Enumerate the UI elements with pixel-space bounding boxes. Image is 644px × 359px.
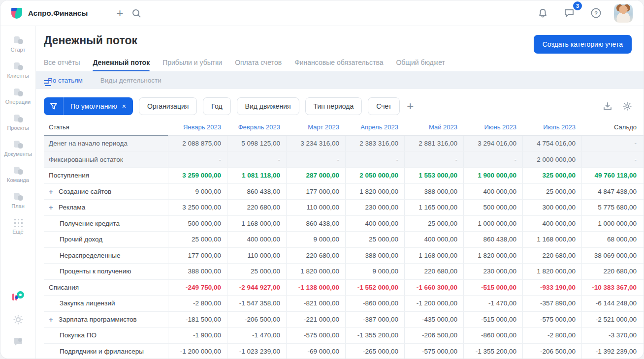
month-value-cell: -515 000,00 [463, 312, 522, 328]
expand-plus-icon[interactable]: + [49, 187, 55, 196]
saldo-value-cell: -10 383 367,00 [581, 280, 644, 296]
table-row[interactable]: Получение кредита500 000,001 168 000,008… [44, 216, 644, 232]
tab-5[interactable]: Финансовые обязательства [294, 59, 383, 71]
tab-6[interactable]: Общий бюджет [396, 59, 445, 71]
month-value-cell: 500 000,00 [463, 200, 522, 215]
tab-4[interactable]: Оплата счетов [235, 59, 282, 71]
month-value-cell: 860 438,00 [286, 216, 345, 232]
month-value-cell: 400 000,00 [404, 232, 463, 247]
create-category-button[interactable]: Создать категорию учета [534, 35, 632, 54]
expand-plus-icon[interactable]: + [49, 315, 55, 324]
table-row[interactable]: Подрядчики и фрилансеры-1 200 000,00-1 0… [44, 344, 644, 359]
month-value-cell: -1 355 200,00 [463, 344, 522, 359]
brand: Аспро.Финансы [10, 7, 88, 20]
column-header-month-3[interactable]: Март 2023 [286, 119, 345, 136]
row-label-cell: Закупка лицензий [44, 296, 168, 311]
subtab-1[interactable]: По статьям [44, 77, 83, 84]
month-value-cell: -249 750,00 [168, 280, 227, 296]
table-row[interactable]: Проценты к получению388 000,0025 000,001… [44, 264, 644, 280]
sidebar-item-5[interactable]: Документы [2, 135, 34, 161]
table-row[interactable]: Фиксированный остаток------2 000 000,00- [44, 152, 644, 168]
column-header-statya[interactable]: Статья [44, 119, 168, 136]
column-header-month-6[interactable]: Июнь 2023 [463, 119, 522, 136]
notifications-bell-icon[interactable] [534, 5, 551, 22]
sidebar-item-1[interactable]: Старт [2, 31, 34, 57]
month-value-cell: 2 000 000,00 [522, 152, 581, 168]
sidebar-item-3[interactable]: Операции [2, 83, 34, 109]
saldo-value-cell: - [581, 152, 644, 168]
row-label: Подрядчики и фрилансеры [60, 348, 144, 355]
app-color-logo-icon[interactable] [12, 291, 24, 302]
month-value-cell: -181 500,00 [168, 312, 227, 328]
month-value-cell: -387 000,00 [345, 312, 404, 328]
documents-icon [13, 140, 24, 150]
sidebar-item-4[interactable]: Проекты [2, 109, 34, 135]
row-label: Покупка ПО [60, 331, 97, 339]
column-header-month-4[interactable]: Апрель 2023 [345, 119, 404, 136]
table-settings-gear-icon[interactable] [623, 102, 632, 111]
column-header-month-2[interactable]: Февраль 2023 [227, 119, 286, 136]
search-icon[interactable] [128, 5, 145, 22]
column-header-month-5[interactable]: Май 2023 [404, 119, 463, 136]
month-value-cell: 25 000,00 [522, 184, 581, 200]
table-row[interactable]: Покупка ПО-1 900,00-1 470,00-575 000,00-… [44, 328, 644, 344]
filter-chip-3[interactable]: Вид движения [237, 97, 299, 115]
filter-chip-1[interactable]: Организация [139, 97, 197, 115]
add-filter-icon[interactable]: + [407, 99, 414, 113]
month-value-cell: -575 000,00 [404, 344, 463, 359]
download-icon[interactable] [603, 102, 612, 111]
month-value-cell: - [463, 152, 522, 168]
settings-gear-icon[interactable] [13, 315, 23, 325]
clients-icon [13, 61, 24, 71]
sidebar-item-8[interactable]: Ещё [2, 213, 34, 239]
team-icon [13, 166, 24, 176]
support-chat-icon[interactable] [13, 337, 23, 347]
table-row[interactable]: Списания-249 750,00-2 944 927,00-1 138 0… [44, 280, 644, 296]
report-tabs: Все отчётыДенежный потокПрибыли и убытки… [36, 54, 644, 71]
table-row[interactable]: Поступления3 259 000,001 081 118,00287 0… [44, 168, 644, 184]
table-row[interactable]: Денег на начало периода2 088 875,005 098… [44, 136, 644, 152]
month-value-cell: 1 168 000,00 [522, 232, 581, 247]
help-icon[interactable]: ? [587, 5, 604, 22]
table-row[interactable]: Нераспределенные177 000,00110 000,00220 … [44, 248, 644, 264]
month-value-cell: 177 000,00 [286, 184, 345, 200]
month-value-cell: 287 000,00 [286, 168, 345, 183]
add-icon[interactable]: + [111, 5, 128, 22]
main-content: Денежный поток Создать категорию учета В… [36, 26, 644, 359]
saldo-value-cell: 1 000 000,00 [581, 216, 644, 232]
table-row[interactable]: +Реклама3 250 000,00220 680,00110 000,00… [44, 200, 644, 216]
saldo-value-cell: -2 521 000,00 [581, 312, 644, 328]
table-row[interactable]: +Зарплата программистов-181 500,00-206 5… [44, 312, 644, 328]
table-row[interactable]: Прочий доход25 000,00400 000,009 000,002… [44, 232, 644, 248]
funnel-icon [44, 97, 64, 115]
row-label: Поступления [49, 172, 89, 179]
active-filter-chip[interactable]: По умолчанию × [44, 97, 133, 115]
filter-chip-4[interactable]: Тип периода [305, 97, 362, 115]
sidebar-item-7[interactable]: План [2, 187, 34, 213]
subtab-2[interactable]: Виды деятельности [97, 77, 161, 84]
user-avatar[interactable] [614, 4, 633, 23]
month-value-cell: -1 023 239,00 [227, 344, 286, 359]
filter-chip-2[interactable]: Год [203, 97, 230, 115]
tab-3[interactable]: Прибыли и убытки [162, 59, 222, 71]
row-label-cell: Подрядчики и фрилансеры [44, 344, 168, 359]
sidebar-footer [12, 291, 24, 359]
column-header-month-1[interactable]: Январь 2023 [168, 119, 227, 136]
month-value-cell: -1 138 000,00 [286, 280, 345, 296]
messages-chat-icon[interactable]: 3 [561, 5, 578, 22]
filter-chip-5[interactable]: Счет [368, 97, 400, 115]
clear-filter-icon[interactable]: × [121, 102, 133, 110]
month-value-cell: - [168, 152, 227, 168]
month-value-cell: -357 890,00 [522, 296, 581, 311]
expand-plus-icon[interactable]: + [49, 203, 55, 211]
table-row[interactable]: +Создание сайтов9 000,00860 438,00177 00… [44, 184, 644, 200]
row-label-cell: Поступления [44, 168, 168, 183]
sidebar-item-6[interactable]: Команда [2, 161, 34, 187]
table-row[interactable]: Закупка лицензий-2 800,00-1 547 358,00-8… [44, 296, 644, 312]
sidebar-item-2[interactable]: Клиенты [2, 57, 34, 83]
month-value-cell: 9 000,00 [168, 184, 227, 200]
column-header-month-7[interactable]: Июль 2023 [522, 119, 581, 136]
month-value-cell: - [286, 152, 345, 168]
tab-1[interactable]: Все отчёты [44, 59, 80, 71]
tab-2[interactable]: Денежный поток [93, 59, 150, 71]
